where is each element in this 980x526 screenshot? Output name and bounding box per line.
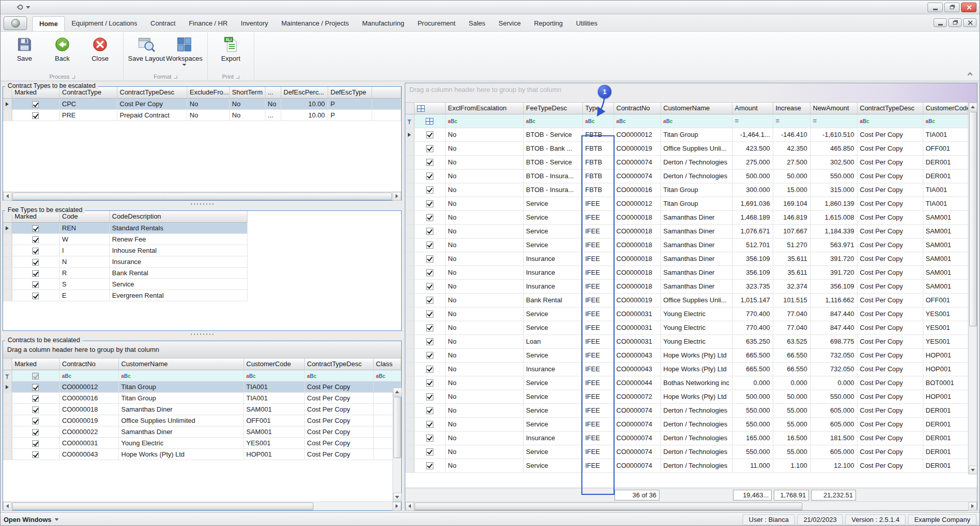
cell[interactable]: DER001 xyxy=(923,445,968,459)
ribbon-tab[interactable]: Utilities xyxy=(570,16,604,31)
checkbox-checked-icon[interactable] xyxy=(426,379,433,387)
cell[interactable]: Samanthas Diner xyxy=(118,426,243,437)
cell[interactable]: IFEE xyxy=(582,307,614,321)
cell[interactable]: No xyxy=(445,238,523,252)
table-row[interactable]: CO0000019 Office Supplies Unlimited OFF0… xyxy=(3,415,401,426)
cell[interactable]: No xyxy=(445,390,523,403)
cell[interactable]: 77.040 xyxy=(773,307,810,321)
select-cell[interactable] xyxy=(414,321,445,334)
checkbox-checked-icon[interactable] xyxy=(426,173,433,180)
marked-cell[interactable] xyxy=(12,256,59,267)
cell[interactable]: Office Supplies Unlimited xyxy=(118,415,243,426)
table-row[interactable]: No Service IFEE CO0000074 Derton / Techn… xyxy=(405,459,968,472)
checkbox-checked-icon[interactable] xyxy=(32,281,39,288)
cell[interactable]: IFEE xyxy=(582,417,614,431)
checkbox-checked-icon[interactable] xyxy=(32,270,39,277)
cell[interactable]: 11.000 xyxy=(732,459,773,472)
table-row[interactable]: PRE Prepaid Contract No No ... 10.00 P xyxy=(3,109,401,121)
cell[interactable]: OFF001 xyxy=(923,293,968,307)
cell[interactable]: CO0000074 xyxy=(614,403,660,417)
cell[interactable]: 391.720 xyxy=(810,266,857,279)
cell[interactable]: CO0000031 xyxy=(614,307,660,321)
checkbox-checked-icon[interactable] xyxy=(32,293,39,299)
cell[interactable]: FBTB xyxy=(582,183,614,197)
cell[interactable]: 847.440 xyxy=(810,321,857,334)
cell[interactable]: 66.550 xyxy=(773,348,810,362)
cell[interactable]: IFEE xyxy=(582,266,614,279)
cell[interactable]: Cost Per Copy xyxy=(857,266,923,279)
table-row[interactable]: No Service IFEE CO0000031 Young Electric… xyxy=(405,321,968,334)
ribbon-minimize-button[interactable] xyxy=(934,18,947,27)
cell[interactable]: CO0000018 xyxy=(614,210,660,224)
collapse-ribbon-button[interactable] xyxy=(965,70,974,78)
cell[interactable]: 847.440 xyxy=(810,307,857,321)
cell[interactable]: Cost Per Copy xyxy=(117,98,187,109)
cell[interactable]: Cost Per Copy xyxy=(857,362,923,376)
cell[interactable]: 732.050 xyxy=(810,348,857,362)
cell[interactable]: 605.000 xyxy=(810,403,857,417)
col-header-contracttypedesc[interactable]: ContractTypeDesc xyxy=(857,103,923,114)
cell[interactable]: PRE xyxy=(59,109,117,121)
marked-cell[interactable] xyxy=(12,403,59,415)
cell[interactable]: Service xyxy=(523,224,582,238)
table-row[interactable]: CO0000012 Titan Group TIA001 Cost Per Co… xyxy=(3,381,401,392)
select-cell[interactable] xyxy=(414,197,445,210)
cell[interactable]: Insurance xyxy=(523,266,582,279)
scroll-left-button[interactable] xyxy=(405,502,414,511)
checkbox-checked-icon[interactable] xyxy=(426,145,433,152)
cell[interactable]: 300.000 xyxy=(732,183,773,197)
checkbox-checked-icon[interactable] xyxy=(32,418,39,424)
cell[interactable]: No xyxy=(445,445,523,459)
cell[interactable]: Cost Per Copy xyxy=(304,403,373,415)
checkbox-checked-icon[interactable] xyxy=(426,366,433,373)
cell[interactable]: 107.667 xyxy=(773,224,810,238)
cell[interactable]: 146.819 xyxy=(773,210,810,224)
checkbox-checked-icon[interactable] xyxy=(426,448,433,456)
select-cell[interactable] xyxy=(414,169,445,183)
ribbon-tab[interactable]: Home xyxy=(32,16,65,31)
cell[interactable]: BOT0001 xyxy=(923,376,968,390)
cell[interactable]: No xyxy=(229,109,265,121)
save-button[interactable]: Save xyxy=(6,34,43,63)
marked-cell[interactable] xyxy=(12,245,59,256)
cell[interactable]: CO0000018 xyxy=(614,224,660,238)
checkbox-checked-icon[interactable] xyxy=(32,236,39,243)
cell[interactable]: 315.000 xyxy=(810,183,857,197)
table-row[interactable]: No BTOB - Insura... FBTB CO0000016 Titan… xyxy=(405,183,968,197)
cell[interactable]: DER001 xyxy=(923,169,968,183)
checkbox-checked-icon[interactable] xyxy=(426,159,433,166)
cell[interactable]: BTOB - Service xyxy=(523,128,582,141)
table-row[interactable]: No BTOB - Service FBTB CO0000012 Titan G… xyxy=(405,128,968,141)
cell[interactable]: I xyxy=(59,245,109,256)
marked-cell[interactable] xyxy=(12,437,59,448)
cell[interactable]: 550.000 xyxy=(732,403,773,417)
cell[interactable]: 165.000 xyxy=(732,431,773,445)
cell[interactable]: Service xyxy=(523,307,582,321)
cell[interactable]: 465.850 xyxy=(810,141,857,155)
marked-cell[interactable] xyxy=(12,222,59,233)
checkbox-checked-icon[interactable] xyxy=(426,324,433,331)
scrollbar-thumb[interactable] xyxy=(394,397,401,458)
cell[interactable]: CPC xyxy=(59,98,117,109)
select-cell[interactable] xyxy=(414,376,445,390)
table-row[interactable]: CO0000016 Titan Group TIA001 Cost Per Co… xyxy=(3,392,401,403)
horizontal-scrollbar[interactable] xyxy=(3,501,401,510)
cell[interactable]: SAM001 xyxy=(923,224,968,238)
cell[interactable]: No xyxy=(445,293,523,307)
cell[interactable]: Cost Per Copy xyxy=(857,252,923,266)
table-row[interactable]: No Service IFEE CO0000043 Hope Works (Pt… xyxy=(405,348,968,362)
col-header-contracttypedesc[interactable]: ContractTypeDesc xyxy=(304,358,373,370)
select-cell[interactable] xyxy=(414,141,445,155)
checkbox-checked-icon[interactable] xyxy=(426,186,433,194)
table-row[interactable]: No Service IFEE CO0000012 Titan Group 1,… xyxy=(405,197,968,210)
cell[interactable]: CO0000074 xyxy=(614,459,660,472)
horizontal-scrollbar[interactable] xyxy=(3,192,401,200)
select-cell[interactable] xyxy=(414,334,445,348)
restore-button[interactable] xyxy=(944,3,960,12)
pin-icon[interactable] xyxy=(17,4,24,11)
cell[interactable]: 698.775 xyxy=(810,334,857,348)
minimize-button[interactable] xyxy=(927,3,943,12)
marked-cell[interactable] xyxy=(12,392,59,403)
cell[interactable]: Cost Per Copy xyxy=(304,437,373,448)
marked-cell[interactable] xyxy=(12,98,59,109)
